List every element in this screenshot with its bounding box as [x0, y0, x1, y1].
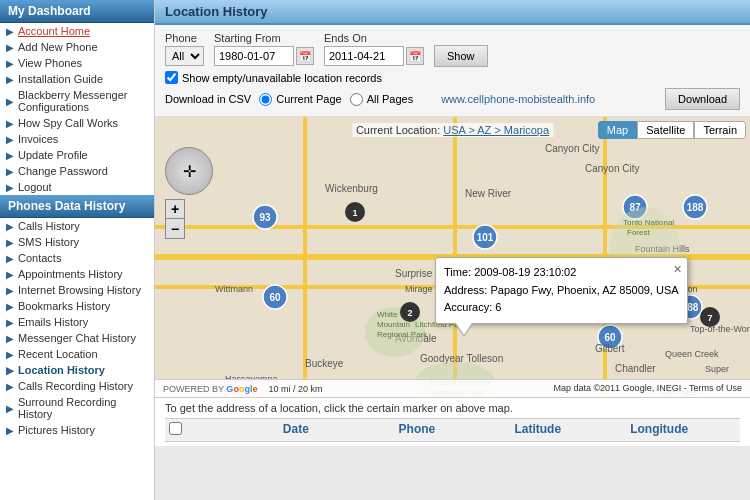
arrow-icon: ▶	[6, 365, 14, 376]
sidebar-item-logout[interactable]: ▶ Logout	[0, 179, 154, 195]
map-info-popup: ✕ Time: 2009-08-19 23:10:02 Address: Pap…	[435, 257, 688, 324]
sidebar-item-spy-call[interactable]: ▶ How Spy Call Works	[0, 115, 154, 131]
sidebar-item-label: Messenger Chat History	[18, 332, 136, 344]
map-scale: 10 mi / 20 km	[269, 384, 323, 394]
tab-map[interactable]: Map	[598, 121, 637, 139]
ends-on-field-group: Ends On 📅	[324, 32, 424, 66]
arrow-icon: ▶	[6, 285, 14, 296]
starting-from-input[interactable]	[214, 46, 294, 66]
breadcrumb-text: Current Location: USA > AZ > Maricopa	[356, 124, 549, 136]
popup-address: Address: Papago Fwy, Phoenix, AZ 85009, …	[444, 282, 679, 300]
sidebar-item-surround-recording[interactable]: ▶ Surround Recording History	[0, 394, 154, 422]
svg-text:Gilbert: Gilbert	[595, 343, 625, 354]
account-home-link[interactable]: Account Home	[18, 25, 90, 37]
svg-text:7: 7	[707, 313, 712, 323]
ends-on-label: Ends On	[324, 32, 424, 44]
sidebar-item-location-history[interactable]: ▶ Location History	[0, 362, 154, 378]
checkbox-row: Show empty/unavailable location records	[165, 71, 740, 84]
zoom-in-button[interactable]: +	[165, 199, 185, 219]
sidebar-item-view-phones[interactable]: ▶ View Phones	[0, 55, 154, 71]
svg-text:Tonto National: Tonto National	[623, 218, 674, 227]
breadcrumb-link[interactable]: USA > AZ > Maricopa	[443, 124, 549, 136]
sidebar-item-internet-browsing[interactable]: ▶ Internet Browsing History	[0, 282, 154, 298]
sidebar-item-sms-history[interactable]: ▶ SMS History	[0, 234, 154, 250]
map-data-text: Map data ©2011 Google, INEGI - Terms of …	[553, 383, 742, 393]
sidebar-item-calls-history[interactable]: ▶ Calls History	[0, 218, 154, 234]
arrow-icon: ▶	[6, 301, 14, 312]
sidebar-item-account-home[interactable]: ▶ Account Home	[0, 23, 154, 39]
sidebar-item-label: Contacts	[18, 252, 61, 264]
arrow-icon: ▶	[6, 269, 14, 280]
zoom-out-button[interactable]: −	[165, 219, 185, 239]
sidebar-item-contacts[interactable]: ▶ Contacts	[0, 250, 154, 266]
sidebar-item-add-phone[interactable]: ▶ Add New Phone	[0, 39, 154, 55]
arrow-icon: ▶	[6, 26, 14, 37]
svg-text:101: 101	[477, 232, 494, 243]
table-col-date[interactable]: Date	[277, 419, 393, 441]
sidebar-item-label: How Spy Call Works	[18, 117, 118, 129]
show-empty-checkbox[interactable]	[165, 71, 178, 84]
popup-time: Time: 2009-08-19 23:10:02	[444, 264, 679, 282]
table-header: Date Phone Latitude Longitude	[165, 418, 740, 442]
sidebar-item-label: Internet Browsing History	[18, 284, 141, 296]
show-empty-label: Show empty/unavailable location records	[182, 72, 382, 84]
current-page-radio-group: Current Page	[259, 93, 341, 106]
sidebar-item-invoices[interactable]: ▶ Invoices	[0, 131, 154, 147]
pan-control[interactable]: ✛	[165, 147, 213, 195]
sidebar-item-label: SMS History	[18, 236, 79, 248]
svg-text:New River: New River	[465, 188, 512, 199]
sidebar-item-installation-guide[interactable]: ▶ Installation Guide	[0, 71, 154, 87]
svg-text:60: 60	[269, 292, 281, 303]
ends-on-input[interactable]	[324, 46, 404, 66]
svg-text:Top-of-the-World: Top-of-the-World	[690, 324, 750, 334]
tab-terrain[interactable]: Terrain	[694, 121, 746, 139]
table-col-phone[interactable]: Phone	[393, 419, 509, 441]
svg-text:Regional Park: Regional Park	[377, 330, 428, 339]
phone-label: Phone	[165, 32, 204, 44]
svg-text:60: 60	[604, 332, 616, 343]
svg-text:Wittmann: Wittmann	[215, 284, 253, 294]
current-page-radio[interactable]	[259, 93, 272, 106]
table-col-latitude[interactable]: Latitude	[508, 419, 624, 441]
sidebar-item-bookmarks[interactable]: ▶ Bookmarks History	[0, 298, 154, 314]
tab-satellite[interactable]: Satellite	[637, 121, 694, 139]
sidebar-item-blackberry[interactable]: ▶ Blackberry Messenger Configurations	[0, 87, 154, 115]
sidebar-item-label: Calls Recording History	[18, 380, 133, 392]
sidebar-item-messenger-chat[interactable]: ▶ Messenger Chat History	[0, 330, 154, 346]
sidebar-item-label: Calls History	[18, 220, 80, 232]
sidebar-item-pictures-history[interactable]: ▶ Pictures History	[0, 422, 154, 438]
select-all-checkbox[interactable]	[169, 422, 182, 435]
sidebar-section-dashboard: My Dashboard	[0, 0, 154, 23]
svg-text:Queen Creek: Queen Creek	[665, 349, 719, 359]
svg-text:Mirage: Mirage	[405, 284, 433, 294]
arrow-icon: ▶	[6, 166, 14, 177]
all-pages-radio[interactable]	[350, 93, 363, 106]
sidebar-item-label: Add New Phone	[18, 41, 98, 53]
arrow-icon: ▶	[6, 134, 14, 145]
sidebar-item-change-password[interactable]: ▶ Change Password	[0, 163, 154, 179]
phone-field-group: Phone All	[165, 32, 204, 66]
phone-select[interactable]: All	[165, 46, 204, 66]
sidebar-item-label: Recent Location	[18, 348, 98, 360]
sidebar-item-emails[interactable]: ▶ Emails History	[0, 314, 154, 330]
show-button[interactable]: Show	[434, 45, 488, 67]
sidebar-item-calls-recording[interactable]: ▶ Calls Recording History	[0, 378, 154, 394]
popup-accuracy: Accuracy: 6	[444, 299, 679, 317]
calendar-icon-end[interactable]: 📅	[406, 47, 424, 65]
table-col-longitude[interactable]: Longitude	[624, 419, 740, 441]
map-bottom-bar: POWERED BY Google 10 mi / 20 km Map data…	[155, 379, 750, 397]
svg-text:Canyon City: Canyon City	[585, 163, 639, 174]
arrow-icon: ▶	[6, 182, 14, 193]
download-button[interactable]: Download	[665, 88, 740, 110]
sidebar-item-recent-location[interactable]: ▶ Recent Location	[0, 346, 154, 362]
calendar-icon-start[interactable]: 📅	[296, 47, 314, 65]
sidebar-item-label: Location History	[18, 364, 105, 376]
sidebar-item-update-profile[interactable]: ▶ Update Profile	[0, 147, 154, 163]
arrow-icon: ▶	[6, 403, 14, 414]
arrow-icon: ▶	[6, 42, 14, 53]
svg-text:1: 1	[352, 208, 357, 218]
starting-from-field-group: Starting From 📅	[214, 32, 314, 66]
svg-text:Chandler: Chandler	[615, 363, 656, 374]
popup-close-button[interactable]: ✕	[673, 261, 682, 279]
sidebar-item-appointments[interactable]: ▶ Appointments History	[0, 266, 154, 282]
